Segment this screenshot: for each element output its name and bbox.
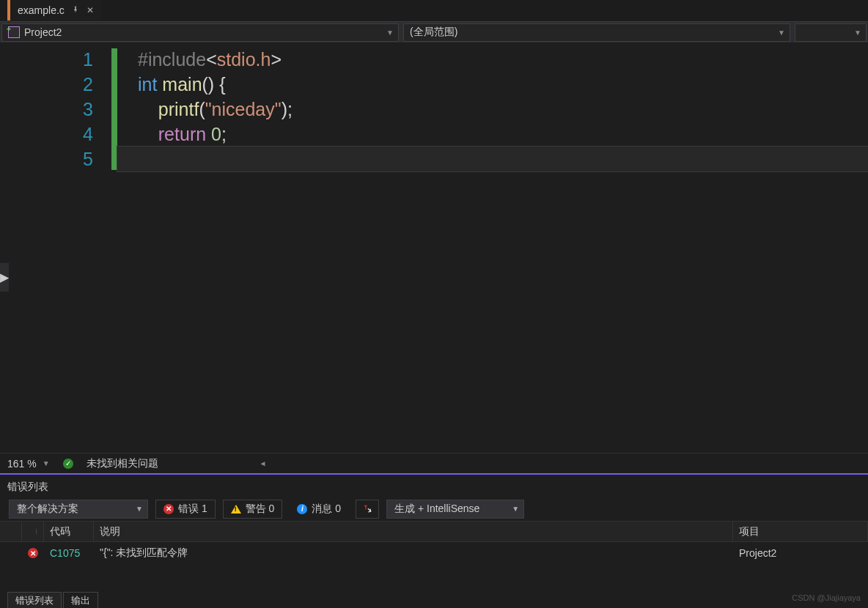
build-filter-button[interactable] bbox=[356, 500, 379, 519]
project-icon bbox=[8, 26, 20, 38]
context-bar: Project2 ▼ (全局范围) ▼ ▼ bbox=[0, 21, 868, 42]
messages-filter-button[interactable]: i 消息 0 bbox=[290, 500, 348, 519]
issues-status: 未找到相关问题 bbox=[87, 457, 158, 470]
zoom-level: 161 % bbox=[7, 458, 37, 470]
chevron-down-icon: ▼ bbox=[854, 29, 861, 37]
source-filter-dropdown[interactable]: 生成 + IntelliSense ▼ bbox=[386, 500, 524, 519]
header-code[interactable]: 代码 bbox=[44, 522, 94, 541]
chevron-down-icon: ▼ bbox=[386, 29, 394, 37]
line-number: 4 bbox=[9, 122, 93, 147]
svg-rect-0 bbox=[76, 10, 76, 12]
error-project: Project2 bbox=[733, 547, 868, 559]
member-dropdown[interactable]: ▼ bbox=[795, 23, 867, 42]
code-line-current bbox=[117, 147, 868, 171]
code-line: #include<stdio.h> bbox=[117, 47, 868, 72]
tab-error-list[interactable]: 错误列表 bbox=[7, 592, 62, 608]
editor-status-bar: 161 % ▼ ✓ 未找到相关问题 bbox=[0, 453, 868, 473]
project-name: Project2 bbox=[24, 26, 62, 38]
solution-scope-dropdown[interactable]: 整个解决方案 ▼ bbox=[9, 500, 148, 519]
line-number: 2 bbox=[9, 72, 93, 97]
code-line: printf("niceday"); bbox=[117, 97, 868, 122]
info-icon: i bbox=[297, 504, 307, 514]
header-icon-col[interactable] bbox=[0, 522, 22, 541]
line-number-gutter: 1 2 3 4 5 bbox=[9, 42, 111, 453]
error-icon: ✕ bbox=[28, 548, 38, 558]
horizontal-scrollbar[interactable] bbox=[260, 459, 270, 467]
warnings-filter-button[interactable]: 警告 0 bbox=[223, 500, 283, 519]
bottom-tab-bar: 错误列表 输出 bbox=[0, 592, 98, 608]
change-indicator-bar bbox=[111, 42, 117, 453]
file-tab[interactable]: example.c ✕ bbox=[7, 0, 101, 21]
zoom-dropdown[interactable]: 161 % ▼ bbox=[7, 458, 50, 470]
error-list-toolbar: 整个解决方案 ▼ ✕ 错误 1 警告 0 i 消息 0 生成 + Intelli… bbox=[0, 497, 868, 522]
chevron-down-icon: ▼ bbox=[136, 505, 143, 513]
code-line: int main() { bbox=[117, 72, 868, 97]
error-icon: ✕ bbox=[163, 504, 174, 514]
watermark: CSDN @Jiajiayaya bbox=[792, 593, 861, 602]
tab-output[interactable]: 输出 bbox=[63, 592, 98, 608]
pin-icon[interactable] bbox=[72, 5, 79, 15]
tab-bar: example.c ✕ bbox=[0, 0, 868, 21]
code-line: return 0; bbox=[117, 122, 868, 147]
code-area[interactable]: #include<stdio.h> int main() { printf("n… bbox=[117, 42, 868, 453]
error-description: "{": 未找到匹配令牌 bbox=[94, 546, 733, 560]
tab-filename: example.c bbox=[18, 4, 65, 16]
check-icon: ✓ bbox=[63, 459, 73, 469]
chevron-down-icon: ▼ bbox=[512, 505, 519, 513]
line-number: 5 bbox=[9, 147, 93, 171]
error-code-link[interactable]: C1075 bbox=[50, 547, 80, 559]
header-desc[interactable]: 说明 bbox=[94, 522, 733, 541]
warning-icon bbox=[231, 505, 241, 514]
chevron-down-icon: ▼ bbox=[43, 459, 50, 467]
error-list-title: 错误列表 bbox=[0, 478, 868, 497]
project-dropdown[interactable]: Project2 ▼ bbox=[1, 23, 399, 42]
close-icon[interactable]: ✕ bbox=[87, 5, 94, 15]
error-row[interactable]: ✕ C1075 "{": 未找到匹配令牌 Project2 bbox=[0, 542, 868, 564]
chevron-down-icon: ▼ bbox=[778, 29, 785, 37]
side-expand-handle[interactable]: ▶ bbox=[0, 42, 9, 453]
line-number: 1 bbox=[9, 47, 93, 72]
scope-label: (全局范围) bbox=[410, 26, 457, 39]
line-number: 3 bbox=[9, 97, 93, 122]
code-editor[interactable]: ▶ 1 2 3 4 5 #include<stdio.h> int main()… bbox=[0, 42, 868, 453]
header-project[interactable]: 项目 bbox=[733, 522, 868, 541]
scope-dropdown[interactable]: (全局范围) ▼ bbox=[403, 23, 790, 42]
error-grid-header: ⁝ 代码 说明 项目 bbox=[0, 522, 868, 542]
errors-filter-button[interactable]: ✕ 错误 1 bbox=[155, 500, 216, 519]
header-grip-col[interactable]: ⁝ bbox=[22, 522, 44, 541]
